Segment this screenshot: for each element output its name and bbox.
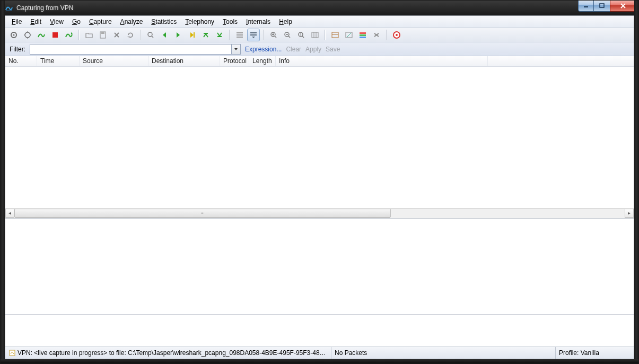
column-header-destination[interactable]: Destination: [148, 56, 220, 66]
packet-list-pane[interactable]: [5, 67, 634, 208]
filter-clear-link[interactable]: Clear: [286, 46, 301, 53]
packet-bytes-pane[interactable]: [5, 315, 634, 347]
menu-telephony[interactable]: Telephony: [181, 17, 218, 26]
window-title: Capturing from VPN: [16, 4, 73, 12]
list-hscrollbar[interactable]: ◄ ≡ ►: [5, 208, 634, 218]
save-file-button[interactable]: [97, 29, 109, 41]
zoom-in-button[interactable]: [267, 29, 280, 41]
status-packets-cell[interactable]: No Packets: [331, 347, 556, 359]
packet-details-pane[interactable]: [5, 218, 634, 315]
svg-rect-10: [237, 32, 243, 33]
column-header-source[interactable]: Source: [80, 56, 148, 66]
window-controls: [579, 1, 636, 11]
status-profile-text: Profile: Vanilla: [559, 349, 599, 357]
svg-rect-24: [360, 37, 366, 38]
title-drag-area[interactable]: [73, 1, 579, 15]
menu-capture[interactable]: Capture: [85, 17, 116, 26]
filter-label: Filter:: [10, 46, 25, 53]
minimize-button[interactable]: [578, 1, 594, 12]
menu-internals[interactable]: Internals: [242, 17, 275, 26]
svg-rect-7: [101, 32, 104, 34]
go-first-packet-button[interactable]: [199, 29, 212, 41]
column-header-time[interactable]: Time: [37, 56, 80, 66]
go-forward-button[interactable]: [172, 29, 185, 41]
filter-apply-link[interactable]: Apply: [305, 46, 321, 53]
svg-point-26: [396, 34, 398, 36]
close-button[interactable]: [610, 1, 636, 12]
column-header-no[interactable]: No.: [5, 56, 37, 66]
title-bar[interactable]: Capturing from VPN: [1, 1, 638, 16]
list-interfaces-button[interactable]: [7, 29, 20, 41]
preferences-button[interactable]: [370, 29, 383, 41]
help-button[interactable]: [390, 29, 403, 41]
toolbar-separator: [263, 30, 264, 40]
coloring-rules-button[interactable]: [356, 29, 369, 41]
display-filters-button[interactable]: [343, 29, 355, 41]
resize-columns-button[interactable]: [309, 29, 321, 41]
menu-help[interactable]: Help: [275, 17, 296, 26]
zoom-reset-button[interactable]: 1: [295, 29, 308, 41]
packet-list-header: No.TimeSourceDestinationProtocolLengthIn…: [5, 56, 634, 67]
wireshark-icon: [5, 4, 13, 12]
svg-rect-9: [194, 32, 195, 38]
scroll-left-button[interactable]: ◄: [5, 209, 14, 218]
capture-filters-button[interactable]: [329, 29, 342, 41]
menu-tools[interactable]: Tools: [218, 17, 242, 26]
restart-capture-button[interactable]: [63, 29, 75, 41]
scroll-right-button[interactable]: ►: [625, 209, 634, 218]
menu-view[interactable]: View: [46, 17, 68, 26]
menu-bar: FileEditViewGoCaptureAnalyzeStatisticsTe…: [5, 16, 634, 28]
status-bar: VPN: <live capture in progress> to file:…: [5, 347, 634, 359]
svg-point-4: [25, 32, 30, 38]
column-header-info[interactable]: Info: [276, 56, 488, 66]
menu-analyze[interactable]: Analyze: [116, 17, 147, 26]
auto-scroll-button[interactable]: [247, 29, 260, 41]
filter-save-link[interactable]: Save: [326, 46, 340, 53]
column-header-length[interactable]: Length: [249, 56, 276, 66]
colorize-button[interactable]: [233, 29, 246, 41]
find-packet-button[interactable]: [144, 29, 157, 41]
scroll-track[interactable]: ≡: [14, 209, 625, 218]
maximize-button[interactable]: [593, 1, 610, 12]
svg-rect-23: [360, 34, 366, 36]
svg-rect-22: [360, 32, 366, 34]
svg-rect-27: [10, 350, 15, 356]
filter-dropdown-button[interactable]: [231, 45, 240, 54]
reload-button[interactable]: [124, 29, 137, 41]
go-to-packet-button[interactable]: [186, 29, 198, 41]
menu-statistics[interactable]: Statistics: [147, 17, 181, 26]
stop-capture-button[interactable]: [49, 29, 62, 41]
status-packets-text: No Packets: [335, 349, 367, 357]
menu-file[interactable]: File: [7, 17, 26, 26]
scroll-thumb[interactable]: ≡: [14, 209, 391, 218]
start-capture-button[interactable]: [35, 29, 48, 41]
go-last-packet-button[interactable]: [213, 29, 226, 41]
app-window: Capturing from VPN FileEditViewGoCapture…: [0, 0, 639, 364]
toolbar-separator: [229, 30, 230, 40]
filter-input-wrap: [30, 44, 241, 55]
main-toolbar: 1: [5, 28, 634, 42]
svg-rect-1: [600, 4, 604, 7]
zoom-out-button[interactable]: [281, 29, 294, 41]
toolbar-separator: [386, 30, 387, 40]
client-area: FileEditViewGoCaptureAnalyzeStatisticsTe…: [5, 15, 634, 359]
filter-input[interactable]: [30, 45, 231, 54]
svg-point-8: [148, 32, 152, 37]
go-back-button[interactable]: [158, 29, 171, 41]
capture-options-button[interactable]: [21, 29, 34, 41]
toolbar-separator: [325, 30, 326, 40]
menu-go[interactable]: Go: [68, 17, 85, 26]
toolbar-separator: [140, 30, 141, 40]
filter-expression-link[interactable]: Expression...: [245, 46, 282, 53]
close-file-button[interactable]: [110, 29, 123, 41]
toolbar-separator: [78, 30, 80, 40]
status-main-cell[interactable]: VPN: <live capture in progress> to file:…: [5, 347, 331, 359]
menu-edit[interactable]: Edit: [26, 17, 46, 26]
svg-text:1: 1: [300, 33, 302, 36]
status-profile-cell[interactable]: Profile: Vanilla: [556, 347, 634, 359]
svg-rect-19: [312, 32, 318, 38]
open-file-button[interactable]: [83, 29, 95, 41]
expert-info-icon[interactable]: [8, 349, 15, 357]
svg-rect-0: [584, 6, 588, 7]
column-header-protocol[interactable]: Protocol: [220, 56, 249, 66]
